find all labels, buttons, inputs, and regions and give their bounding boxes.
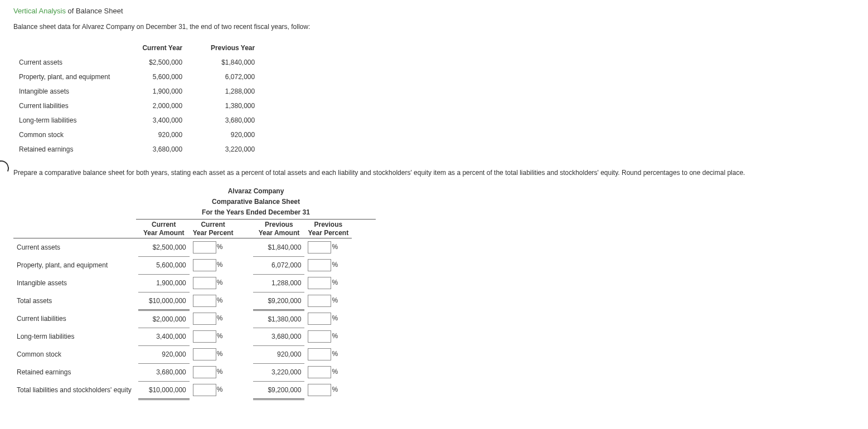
prev-percent-input[interactable] [308,348,331,360]
sheet-row-prev-amount: $1,380,000 [253,310,304,328]
data-table-row: Current assets$2,500,000$1,840,000 [13,55,260,70]
sheet-row-prev-percent-cell: % [304,256,352,274]
data-table-row: Long-term liabilities3,400,0003,680,000 [13,113,260,128]
prev-percent-input[interactable] [308,277,331,289]
sheet-header-blank [13,220,138,238]
data-table-header-current: Current Year [115,41,188,55]
sheet-title-company: Alvaraz Company [136,187,376,196]
sheet-row-gap [236,256,253,274]
percent-sign: % [332,261,338,269]
percent-sign: % [217,350,223,358]
data-row-label: Common stock [13,128,115,142]
sheet-row-prev-amount: $9,200,000 [253,381,304,399]
sheet-row-cur-amount: 3,680,000 [138,363,190,381]
cur-percent-input[interactable] [193,313,216,325]
data-row-current: 1,900,000 [115,84,188,99]
heading-link-text: Vertical Analysis [13,7,66,15]
prev-percent-input[interactable] [308,366,331,378]
sheet-row: Total assets$10,000,000%$9,200,000% [13,292,352,310]
sheet-row-label: Total assets [13,292,138,310]
sheet-row: Common stock920,000%920,000% [13,345,352,363]
sheet-header-prev-pct: Previous Year Percent [304,220,352,238]
sheet-row-cur-amount: $10,000,000 [138,292,190,310]
cur-percent-input[interactable] [193,366,216,378]
cur-percent-input[interactable] [193,384,216,396]
percent-sign: % [332,296,338,304]
percent-sign: % [332,386,338,393]
sheet-row-gap [236,310,253,328]
decorative-circle [0,158,11,178]
sheet-row-cur-percent-cell: % [190,238,237,257]
prev-percent-input[interactable] [308,384,331,396]
sheet-row-prev-percent-cell: % [304,328,352,345]
percent-sign: % [217,314,223,322]
comparative-sheet-table: Current Year Amount Current Year Percent… [13,220,352,399]
sheet-row-prev-percent-cell: % [304,345,352,363]
sheet-row-cur-amount: 1,900,000 [138,274,190,292]
sheet-row: Intangible assets1,900,000%1,288,000% [13,274,352,292]
sheet-row-prev-percent-cell: % [304,238,352,257]
cur-percent-input[interactable] [193,277,216,289]
percent-sign: % [217,279,223,286]
sheet-row-prev-amount: 1,288,000 [253,274,304,292]
sheet-row-cur-amount: $2,500,000 [138,238,190,257]
sheet-row-label: Current assets [13,238,138,257]
data-row-previous: 1,380,000 [188,99,260,113]
data-table-header-previous: Previous Year [188,41,260,55]
sheet-row-cur-amount: 5,600,000 [138,256,190,274]
data-row-label: Retained earnings [13,142,115,157]
prev-percent-input[interactable] [308,313,331,325]
sheet-row-cur-percent-cell: % [190,363,237,381]
sheet-row-gap [236,363,253,381]
sheet-row-label: Current liabilities [13,310,138,328]
data-table-row: Common stock920,000920,000 [13,128,260,142]
cur-percent-input[interactable] [193,295,216,307]
sheet-row-prev-percent-cell: % [304,274,352,292]
percent-sign: % [217,296,223,304]
sheet-header-cur-amt: Current Year Amount [138,220,190,238]
sheet-row: Retained earnings3,680,000%3,220,000% [13,363,352,381]
prev-percent-input[interactable] [308,259,331,271]
cur-percent-input[interactable] [193,259,216,271]
cur-percent-input[interactable] [193,330,216,343]
balance-data-table: Current Year Previous Year Current asset… [13,41,260,157]
data-table-row: Intangible assets1,900,0001,288,000 [13,84,260,99]
sheet-row-prev-percent-cell: % [304,292,352,310]
sheet-row-cur-percent-cell: % [190,345,237,363]
sheet-row-gap [236,328,253,345]
data-row-previous: 3,680,000 [188,113,260,128]
data-table-row: Property, plant, and equipment5,600,0006… [13,70,260,84]
sheet-row-gap [236,345,253,363]
sheet-row-cur-amount: $2,000,000 [138,310,190,328]
percent-sign: % [332,368,338,376]
data-row-previous: 6,072,000 [188,70,260,84]
sheet-row-prev-percent-cell: % [304,381,352,399]
sheet-row-cur-percent-cell: % [190,256,237,274]
sheet-row-gap [236,381,253,399]
cur-percent-input[interactable] [193,348,216,360]
heading-rest: of Balance Sheet [66,7,123,15]
data-row-label: Current liabilities [13,99,115,113]
sheet-title-period: For the Years Ended December 31 [136,208,376,217]
sheet-row-label: Retained earnings [13,363,138,381]
sheet-row-gap [236,292,253,310]
sheet-row-label: Property, plant, and equipment [13,256,138,274]
sheet-row-cur-percent-cell: % [190,310,237,328]
sheet-header-gap [236,220,253,238]
data-row-current: 2,000,000 [115,99,188,113]
sheet-row-gap [236,238,253,257]
prev-percent-input[interactable] [308,295,331,307]
prev-percent-input[interactable] [308,241,331,254]
sheet-header-cur-pct: Current Year Percent [190,220,237,238]
sheet-row-label: Total liabilities and stockholders' equi… [13,381,138,399]
data-row-label: Intangible assets [13,84,115,99]
data-table-row: Current liabilities2,000,0001,380,000 [13,99,260,113]
sheet-row: Property, plant, and equipment5,600,000%… [13,256,352,274]
sheet-row-gap [236,274,253,292]
percent-sign: % [217,332,223,340]
data-row-current: 3,400,000 [115,113,188,128]
prev-percent-input[interactable] [308,330,331,343]
percent-sign: % [217,261,223,269]
data-row-current: $2,500,000 [115,55,188,70]
cur-percent-input[interactable] [193,241,216,254]
